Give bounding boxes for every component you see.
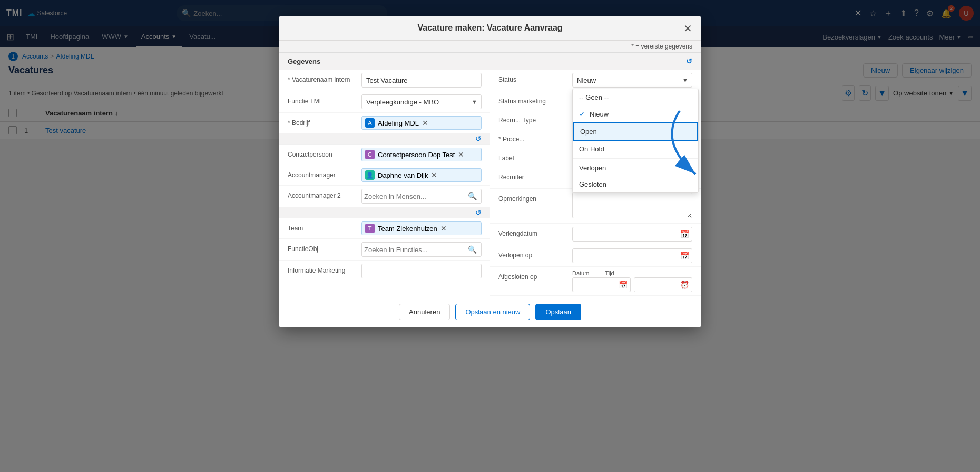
verlopen-op-input[interactable] [572,248,692,263]
functieobj-label: FunctieObj [288,242,361,253]
label-field-label: Label [498,151,572,162]
opmerkingen-textarea[interactable] [572,192,692,218]
informatie-marketing-control [361,264,482,278]
field-status: Status Nieuw ▼ -- Geen - [490,70,701,91]
status-select[interactable]: Nieuw [572,73,692,88]
accountmanager2-lookup[interactable]: 🔍 [361,189,482,204]
geen-label: -- Geen -- [579,93,609,101]
accountmanager-tag-text: Daphne van Dijk [378,171,428,179]
cancel-button[interactable]: Annuleren [399,304,450,320]
team-remove-icon[interactable]: ✕ [440,225,447,232]
modal-footer: Annuleren Opslaan en nieuw Opslaan [279,296,701,327]
modal-close-button[interactable]: ✕ [683,22,692,35]
status-option-gesloten[interactable]: Gesloten [573,176,698,192]
informatie-marketing-label: Informatie Marketing [288,264,361,274]
functie-tmi-control: Verpleegkundige - MBO ▼ [361,94,482,109]
functieobj-input[interactable] [364,246,466,254]
form-right: Status Nieuw ▼ -- Geen - [490,70,701,296]
form-grid: * Vacaturenaam intern Functie TMI Verple… [279,70,701,296]
vacaturenaam-control [361,73,482,88]
contactpersoon-label: Contactpersoon [288,148,361,158]
gesloten-label: Gesloten [579,180,606,188]
status-option-open[interactable]: Open [573,122,698,141]
team-undo-icon[interactable]: ↺ [475,208,482,217]
verlengdatum-control: 📅 [572,227,692,242]
accountmanager-label: Accountmanager [288,168,361,179]
field-verlengdatum: Verlengdatum 📅 [490,224,701,245]
functie-tmi-select-wrap: Verpleegkundige - MBO ▼ [361,94,482,109]
modal-body[interactable]: Gegevens ↺ * Vacaturenaam intern [279,53,701,296]
opmerkingen-label: Opmerkingen [498,192,572,203]
field-accountmanager: Accountmanager 👤 Daphne van Dijk ✕ [279,165,490,186]
tijd-clock-icon[interactable]: ⏰ [680,281,689,289]
field-afgesloten-op: Afgesloten op Datum Tijd 📅 [490,267,701,296]
save-button[interactable]: Opslaan [535,304,581,320]
opmerkingen-control [572,192,692,220]
bedrijf-selected-tag: A Afdeling MDL ✕ [361,116,482,130]
tijd-part: ⏰ [634,277,692,292]
datum-label: Datum [572,270,589,276]
verlengdatum-input[interactable] [572,227,692,242]
vacaturenaam-input[interactable] [361,73,482,88]
bedrijf-tag-icon: A [365,118,375,128]
search-people-icon: 🔍 [468,192,477,200]
status-control: Nieuw ▼ -- Geen -- ✓ [572,73,692,88]
informatie-marketing-input[interactable] [361,264,482,278]
field-functieobj: FunctieObj 🔍 [279,239,490,261]
contactpersoon-remove-icon[interactable]: ✕ [458,151,464,158]
verlopen-calendar-icon[interactable]: 📅 [680,252,689,260]
status-option-verlopen[interactable]: Verlopen [573,160,698,176]
undo-icon[interactable]: ↺ [686,57,692,65]
modal-overlay: Vacature maken: Vacature Aanvraag ✕ * = … [0,0,980,472]
field-vacaturenaam: * Vacaturenaam intern [279,70,490,91]
recruiter-label: Recruiter [498,170,572,181]
accountmanager2-control: 🔍 [361,189,482,204]
functie-tmi-select[interactable]: Verpleegkundige - MBO [361,94,482,109]
field-functie-tmi: Functie TMI Verpleegkundige - MBO ▼ [279,91,490,113]
status-label: Status [498,73,572,83]
status-select-wrap: Nieuw ▼ [572,73,692,88]
status-marketing-label: Status marketing [498,94,572,105]
calendar-icon[interactable]: 📅 [680,230,689,238]
team-control: T Team Ziekenhuizen ✕ [361,221,482,235]
modal-title: Vacature maken: Vacature Aanvraag [290,23,690,33]
required-note: * = vereiste gegevens [631,43,692,50]
datetime-wrap: 📅 ⏰ [572,277,692,292]
datum-calendar-icon[interactable]: 📅 [619,281,628,289]
contactpersoon-tag-text: Contactpersoon Dop Test [378,151,455,159]
open-label: Open [580,128,597,136]
field-informatie-marketing: Informatie Marketing [279,261,490,282]
field-accountmanager2: Accountmanager 2 🔍 [279,186,490,207]
team-tag-icon: T [365,224,375,233]
vacaturenaam-label: * Vacaturenaam intern [288,73,361,83]
status-option-onhold[interactable]: On Hold [573,141,698,157]
functieobj-control: 🔍 [361,242,482,257]
bedrijf-control: A Afdeling MDL ✕ [361,116,482,130]
contactpersoon-tag-icon: C [365,150,375,159]
modal-header: Vacature maken: Vacature Aanvraag ✕ [279,16,701,41]
bedrijf-remove-icon[interactable]: ✕ [422,119,428,127]
accountmanager2-input[interactable] [364,192,466,200]
proces-label: * Proce... [498,132,572,143]
status-option-geen[interactable]: -- Geen -- [573,89,698,105]
dropdown-separator [573,158,698,159]
section-gegevens-header: Gegevens ↺ [279,53,701,70]
nieuw-label: Nieuw [590,110,609,118]
accountmanager-remove-icon[interactable]: ✕ [431,171,437,179]
section-gegevens-label: Gegevens [288,57,320,65]
datum-part: 📅 [572,277,631,292]
contactpersoon-undo-icon[interactable]: ↺ [475,134,482,143]
accountmanager-control: 👤 Daphne van Dijk ✕ [361,168,482,182]
functie-tmi-label: Functie TMI [288,94,361,105]
status-option-nieuw[interactable]: ✓ Nieuw [573,105,698,122]
field-verlopen-op: Verlopen op 📅 [490,245,701,267]
team-selected-tag: T Team Ziekenhuizen ✕ [361,221,482,235]
accountmanager-selected-tag: 👤 Daphne van Dijk ✕ [361,168,482,182]
search-functies-icon: 🔍 [468,245,477,254]
team-label: Team [288,221,361,232]
functieobj-lookup[interactable]: 🔍 [361,242,482,257]
field-contactpersoon: Contactpersoon C Contactpersoon Dop Test… [279,145,490,165]
record-type-label: Recru... Type [498,113,572,124]
save-new-button[interactable]: Opslaan en nieuw [455,304,530,320]
verlopen-op-control: 📅 [572,248,692,263]
